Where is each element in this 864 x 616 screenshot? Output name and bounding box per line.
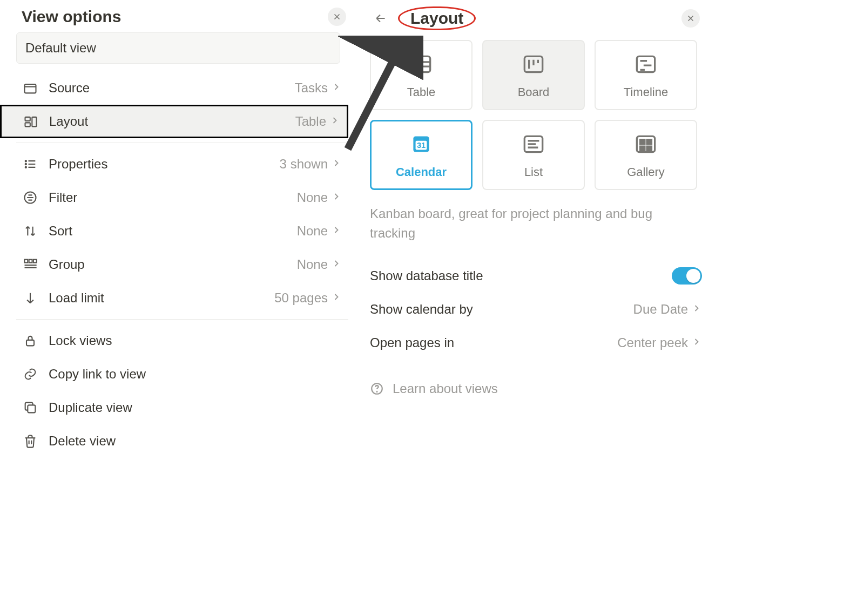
row-value: None: [297, 190, 328, 205]
timeline-icon: [632, 51, 659, 78]
sort-row[interactable]: Sort None: [16, 214, 348, 248]
tile-label: Table: [407, 85, 436, 99]
tile-label: Calendar: [396, 165, 447, 179]
back-button[interactable]: [372, 10, 389, 27]
row-label: Filter: [49, 190, 297, 205]
copy-icon: [23, 400, 42, 415]
panel-title: Layout: [410, 9, 463, 28]
layout-tile-gallery[interactable]: Gallery: [595, 120, 697, 190]
row-label: Load limit: [49, 290, 274, 306]
arrow-left-icon: [374, 11, 388, 25]
divider: [16, 319, 348, 320]
layout-tile-calendar[interactable]: 31 Calendar: [370, 120, 473, 190]
setting-value: Due Date: [633, 302, 688, 317]
show-database-title-row: Show database title: [370, 259, 702, 293]
row-label: Lock views: [49, 333, 342, 348]
chevron-right-icon: [331, 158, 342, 171]
lock-icon: [23, 333, 42, 348]
close-button[interactable]: [681, 9, 700, 28]
open-pages-in-row[interactable]: Open pages in Center peek: [370, 326, 702, 360]
trash-icon: [23, 434, 42, 449]
chevron-right-icon: [331, 82, 342, 94]
layout-description: Kanban board, great for project planning…: [370, 204, 702, 243]
lock-views-button[interactable]: Lock views: [16, 324, 348, 357]
row-value: 50 pages: [274, 290, 328, 306]
calendar-icon: 31: [408, 131, 435, 158]
folder-icon: [23, 80, 42, 96]
svg-text:31: 31: [417, 141, 426, 150]
learn-label: Learn about views: [393, 381, 498, 396]
filter-icon: [23, 190, 42, 205]
row-label: Layout: [49, 114, 295, 129]
svg-rect-23: [640, 146, 645, 151]
svg-rect-0: [25, 84, 36, 93]
svg-rect-13: [412, 56, 430, 72]
delete-view-button[interactable]: Delete view: [16, 424, 348, 458]
row-value: Tasks: [295, 80, 328, 96]
layout-grid: Table Board Timeline 31 Calendar: [370, 40, 702, 190]
tile-label: Gallery: [627, 165, 665, 179]
arrow-down-icon: [23, 290, 42, 306]
show-database-title-toggle[interactable]: [672, 267, 702, 285]
svg-point-6: [25, 167, 26, 168]
close-icon: [686, 13, 696, 23]
chevron-right-icon: [331, 191, 342, 204]
row-label: Source: [49, 80, 295, 96]
tile-label: Board: [518, 85, 550, 99]
svg-rect-12: [28, 405, 35, 412]
toggle-knob: [686, 269, 700, 283]
svg-rect-22: [647, 140, 651, 144]
row-label: Group: [49, 257, 297, 272]
tile-label: List: [524, 165, 543, 179]
list-view-icon: [520, 131, 547, 158]
close-icon: [332, 12, 342, 22]
properties-row[interactable]: Properties 3 shown: [16, 147, 348, 181]
svg-rect-1: [25, 117, 30, 121]
chevron-right-icon: [331, 258, 342, 271]
tile-label: Timeline: [624, 85, 668, 99]
chevron-right-icon: [331, 225, 342, 238]
chevron-right-icon: [329, 115, 340, 128]
row-value: None: [297, 257, 328, 272]
svg-point-5: [25, 164, 26, 165]
view-options-panel: View options Source Tasks Layout Table: [16, 5, 348, 458]
row-label: Duplicate view: [49, 400, 342, 415]
layout-tile-timeline[interactable]: Timeline: [595, 40, 697, 110]
layout-row[interactable]: Layout Table: [0, 105, 348, 138]
chevron-right-icon: [691, 336, 702, 349]
board-icon: [520, 51, 547, 78]
row-label: Sort: [49, 224, 297, 239]
divider: [16, 143, 348, 143]
source-row[interactable]: Source Tasks: [16, 71, 348, 105]
setting-label: Show database title: [370, 268, 672, 283]
view-name-input[interactable]: [16, 32, 340, 64]
layout-tile-table[interactable]: Table: [370, 40, 473, 110]
filter-row[interactable]: Filter None: [16, 181, 348, 214]
chevron-right-icon: [331, 292, 342, 304]
load-limit-row[interactable]: Load limit 50 pages: [16, 281, 348, 315]
layout-tile-board[interactable]: Board: [482, 40, 585, 110]
table-icon: [408, 51, 435, 78]
layout-tile-list[interactable]: List: [482, 120, 585, 190]
row-value: Table: [295, 114, 326, 129]
duplicate-view-button[interactable]: Duplicate view: [16, 391, 348, 424]
link-icon: [23, 367, 42, 382]
svg-rect-3: [32, 117, 36, 127]
row-label: Delete view: [49, 434, 342, 449]
show-calendar-by-row[interactable]: Show calendar by Due Date: [370, 293, 702, 326]
learn-about-views-link[interactable]: Learn about views: [370, 381, 702, 396]
copy-link-button[interactable]: Copy link to view: [16, 357, 348, 391]
layout-panel: Layout Table Board: [370, 5, 702, 458]
panel-title: View options: [22, 8, 121, 26]
help-icon: [370, 382, 384, 396]
group-row[interactable]: Group None: [16, 248, 348, 281]
svg-rect-21: [640, 140, 645, 144]
row-label: Properties: [49, 157, 280, 172]
svg-rect-9: [29, 260, 32, 263]
close-button[interactable]: [328, 8, 346, 26]
svg-point-4: [25, 160, 26, 161]
setting-label: Show calendar by: [370, 302, 633, 317]
annotation-circle: Layout: [398, 6, 476, 30]
svg-rect-10: [33, 260, 37, 263]
setting-value: Center peek: [617, 335, 688, 350]
